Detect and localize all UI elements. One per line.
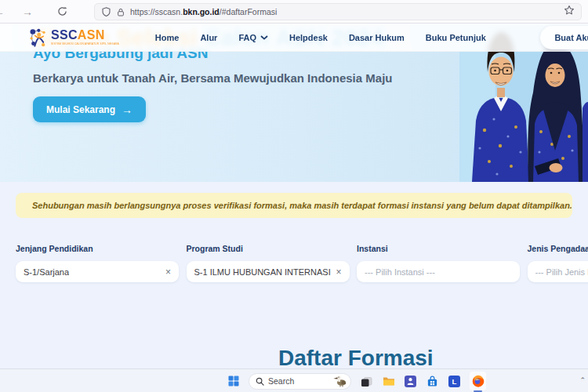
l-app-button[interactable]: L bbox=[448, 375, 461, 388]
logo-asn: ASN bbox=[78, 28, 105, 42]
search-placeholder: Search bbox=[268, 376, 294, 386]
field-instansi: Instansi --- Pilih Instansi --- bbox=[357, 244, 520, 282]
task-view-button[interactable] bbox=[360, 375, 373, 388]
browser-forward-button[interactable]: → bbox=[19, 3, 36, 20]
sscasn-logo-text: SSCASN SISTEM SELEKSI CALON APARATUR SIP… bbox=[51, 29, 119, 45]
svg-text:L: L bbox=[452, 377, 457, 386]
url-text: https://sscasn.bkn.go.id/#daftarFormasi bbox=[130, 7, 277, 16]
windows-logo-icon bbox=[228, 376, 239, 387]
nav-item-buku-petunjuk-label: Buku Petunjuk bbox=[426, 33, 486, 42]
verification-alert: Sehubungan masih berlangsungnya proses v… bbox=[16, 193, 572, 218]
url-scheme-host: https://sscasn. bbox=[130, 7, 183, 16]
hero-subheading: Berkarya untuk Tanah Air, Bersama Mewuju… bbox=[33, 71, 392, 85]
cta-label: Mulai Sekarang bbox=[46, 104, 115, 115]
clear-icon[interactable]: × bbox=[331, 267, 341, 278]
logo-tagline: SISTEM SELEKSI CALON APARATUR SIPIL NEGA… bbox=[51, 43, 119, 45]
l-app-icon: L bbox=[448, 376, 460, 387]
selected-value: S-1/Sarjana bbox=[24, 267, 69, 277]
taskbar-search-box[interactable]: Search bbox=[249, 373, 351, 390]
placeholder-value: --- Pilih Jenis Pengadaan --- bbox=[535, 267, 588, 277]
search-highlight-bird-image bbox=[333, 375, 348, 387]
reload-icon bbox=[57, 6, 67, 16]
browser-reload-button[interactable] bbox=[53, 3, 71, 20]
chevron-down-icon bbox=[260, 35, 268, 40]
sscasn-logo-icon bbox=[28, 27, 48, 49]
browser-back-button[interactable]: ← bbox=[0, 3, 8, 20]
nav-item-home-label: Home bbox=[155, 33, 180, 42]
daftar-formasi-title: Daftar Formasi bbox=[278, 346, 434, 371]
sscasn-wordmark: SSCASN bbox=[51, 29, 119, 42]
jenjang-pendidikan-select[interactable]: S-1/Sarjana × bbox=[16, 261, 179, 282]
formation-filters: Jenjang Pendidikan S-1/Sarjana × Program… bbox=[16, 244, 588, 282]
sscasn-logo[interactable]: SSCASN SISTEM SELEKSI CALON APARATUR SIP… bbox=[28, 27, 119, 49]
placeholder-value: --- Pilih Instansi --- bbox=[365, 267, 435, 277]
nav-item-dasar-hukum-label: Dasar Hukum bbox=[349, 33, 405, 42]
nav-links: Home Alur FAQ Helpdesk Dasar Hukum Buku … bbox=[155, 33, 486, 42]
nav-item-buku-petunjuk[interactable]: Buku Petunjuk bbox=[426, 33, 486, 42]
logo-ssc: SSC bbox=[51, 28, 78, 42]
file-explorer-button[interactable] bbox=[382, 375, 395, 388]
bookmark-star-button[interactable] bbox=[564, 5, 575, 19]
search-icon bbox=[256, 377, 264, 386]
windows-taskbar: Search bbox=[0, 368, 588, 392]
site-navbar: SSCASN SISTEM SELEKSI CALON APARATUR SIP… bbox=[0, 24, 588, 52]
nav-item-faq-label: FAQ bbox=[238, 33, 256, 42]
buat-akun-button[interactable]: Buat Akun bbox=[540, 26, 588, 49]
alert-text: Sehubungan masih berlangsungnya proses v… bbox=[32, 201, 572, 210]
field-label: Jenjang Pendidikan bbox=[16, 244, 179, 253]
nav-item-faq[interactable]: FAQ bbox=[238, 33, 268, 42]
field-label: Jenis Pengadaan bbox=[528, 244, 588, 253]
taskbar-items: Search bbox=[227, 369, 486, 392]
arrow-right-icon: → bbox=[122, 103, 132, 116]
nav-item-helpdesk-label: Helpdesk bbox=[289, 33, 328, 42]
browser-toolbar: ← → https://sscasn.bkn.go.id/#daftarForm… bbox=[0, 0, 588, 24]
shield-icon[interactable] bbox=[101, 6, 111, 17]
task-view-icon bbox=[361, 376, 372, 387]
star-icon bbox=[564, 5, 575, 16]
teams-icon bbox=[405, 376, 416, 387]
tray-expand-chevron[interactable]: ⌃ bbox=[579, 376, 586, 384]
clear-icon[interactable]: × bbox=[161, 267, 171, 278]
lock-icon[interactable] bbox=[116, 7, 125, 17]
url-path: /#daftarFormasi bbox=[220, 7, 278, 16]
mulai-sekarang-button[interactable]: Mulai Sekarang → bbox=[33, 96, 146, 122]
microsoft-store-icon bbox=[426, 376, 438, 387]
program-studi-select[interactable]: S-1 ILMU HUBUNGAN INTERNASIONAL × bbox=[187, 261, 350, 282]
teams-button[interactable] bbox=[404, 375, 417, 388]
nav-item-helpdesk[interactable]: Helpdesk bbox=[289, 33, 328, 42]
field-jenjang-pendidikan: Jenjang Pendidikan S-1/Sarjana × bbox=[16, 244, 179, 282]
nav-item-alur[interactable]: Alur bbox=[200, 33, 217, 42]
firefox-icon bbox=[472, 375, 485, 387]
field-label: Instansi bbox=[357, 244, 520, 253]
url-domain: bkn.go.id bbox=[183, 7, 220, 16]
nav-item-home[interactable]: Home bbox=[155, 33, 180, 42]
field-program-studi: Program Studi S-1 ILMU HUBUNGAN INTERNAS… bbox=[187, 244, 350, 282]
start-button[interactable] bbox=[227, 375, 240, 388]
url-bar[interactable]: https://sscasn.bkn.go.id/#daftarFormasi bbox=[94, 3, 582, 20]
firefox-button[interactable] bbox=[470, 372, 486, 390]
instansi-select[interactable]: --- Pilih Instansi --- bbox=[357, 261, 520, 282]
nav-item-alur-label: Alur bbox=[200, 33, 217, 42]
nav-item-dasar-hukum[interactable]: Dasar Hukum bbox=[349, 33, 405, 42]
selected-value: S-1 ILMU HUBUNGAN INTERNASIONAL bbox=[194, 267, 332, 277]
jenis-pengadaan-select[interactable]: --- Pilih Jenis Pengadaan --- bbox=[528, 261, 588, 282]
field-jenis-pengadaan: Jenis Pengadaan --- Pilih Jenis Pengadaa… bbox=[528, 244, 588, 282]
field-label: Program Studi bbox=[187, 244, 350, 253]
file-explorer-icon bbox=[383, 376, 395, 387]
microsoft-store-button[interactable] bbox=[426, 375, 439, 388]
